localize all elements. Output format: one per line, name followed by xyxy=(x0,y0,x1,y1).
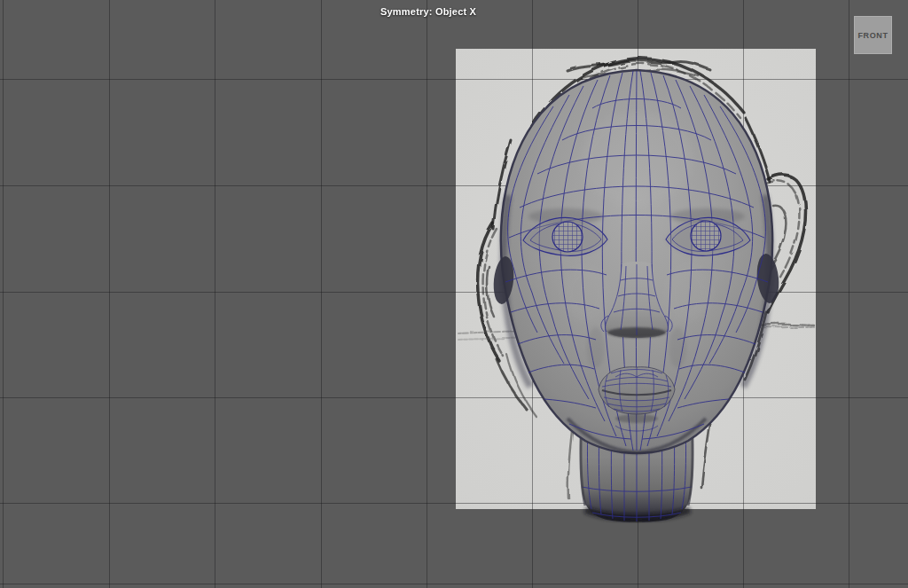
viewport-3d[interactable]: Symmetry: Object X FRONT xyxy=(0,0,908,588)
left-eyeball xyxy=(552,222,583,252)
viewport-canvas xyxy=(0,0,908,588)
hud-symmetry-status: Symmetry: Object X xyxy=(380,6,476,17)
viewcube-front[interactable]: FRONT xyxy=(854,16,892,54)
right-eyeball xyxy=(691,221,721,251)
view-axis-label: FRONT xyxy=(858,31,888,40)
